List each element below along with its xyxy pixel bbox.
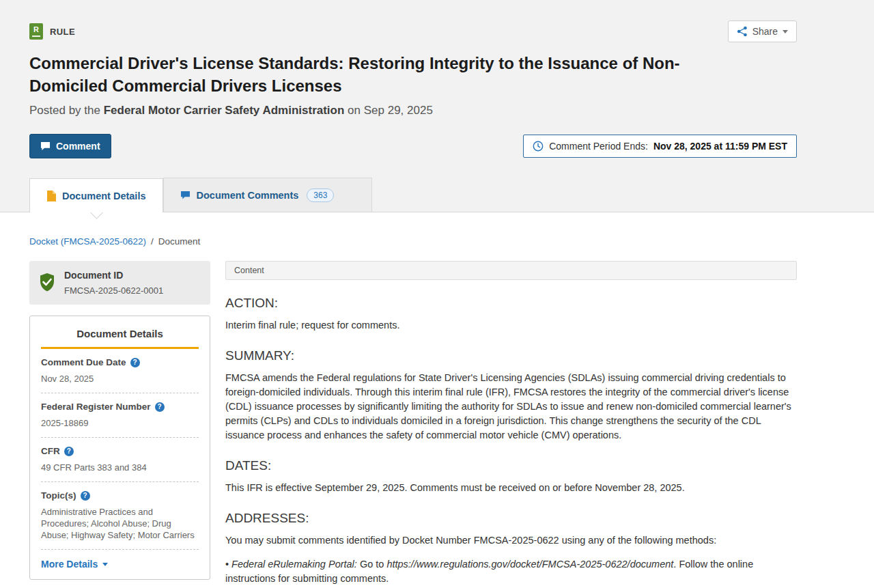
- page-title: Commercial Driver's License Standards: R…: [29, 52, 743, 97]
- field-comment-due-date: Comment Due Date ? Nov 28, 2025: [41, 349, 199, 393]
- posted-line: Posted by the Federal Motor Carrier Safe…: [29, 104, 797, 117]
- shield-check-icon: [39, 273, 55, 292]
- breadcrumb: Docket (FMCSA-2025-0622)/Document: [29, 212, 797, 247]
- field-value: Administrative Practices and Procedures;…: [41, 506, 199, 541]
- section-body-addresses-intro: You may submit comments identified by Do…: [225, 533, 797, 548]
- document-id-label: Document ID: [64, 270, 163, 281]
- document-sidebar: Document ID FMCSA-2025-0622-0001 Documen…: [29, 261, 210, 580]
- tab-document-comments[interactable]: Document Comments 363: [163, 178, 372, 212]
- comment-period-box: Comment Period Ends: Nov 28, 2025 at 11:…: [523, 135, 797, 158]
- section-heading-action: ACTION:: [225, 296, 797, 311]
- agency-name: Federal Motor Carrier Safety Administrat…: [104, 104, 345, 117]
- help-icon[interactable]: ?: [64, 447, 74, 456]
- clock-icon: [533, 141, 544, 152]
- section-body-dates: This IFR is effective September 29, 2025…: [225, 481, 797, 495]
- document-icon: [47, 191, 56, 201]
- addresses-bullet-portal: • Federal eRulemaking Portal: Go to http…: [225, 557, 797, 586]
- field-label: Comment Due Date: [41, 357, 126, 367]
- field-value: 49 CFR Parts 383 and 384: [41, 462, 199, 473]
- caret-down-icon: [102, 563, 108, 566]
- comment-period-value: Nov 28, 2025 at 11:59 PM EST: [653, 141, 787, 152]
- document-type-badge: R RULE: [29, 23, 75, 40]
- comment-icon: [40, 141, 51, 151]
- portal-url: https://www.regulations.gov/docket/FMCSA…: [386, 559, 673, 570]
- section-body-summary: FMCSA amends the Federal regulations for…: [225, 371, 797, 443]
- field-federal-register-number: Federal Register Number ? 2025-18869: [41, 393, 199, 438]
- breadcrumb-separator: /: [151, 236, 154, 247]
- field-value: Nov 28, 2025: [41, 373, 199, 384]
- document-header: R RULE Share Commercial Driver's License…: [0, 0, 874, 212]
- main-area: Docket (FMCSA-2025-0622)/Document Docume…: [29, 212, 797, 588]
- field-cfr: CFR ? 49 CFR Parts 383 and 384: [41, 438, 199, 482]
- field-topics: Topic(s) ? Administrative Practices and …: [41, 482, 199, 550]
- tab-bar: Document Details Document Comments 363: [29, 178, 797, 212]
- share-icon: [737, 26, 748, 37]
- field-label: Federal Register Number: [41, 402, 151, 412]
- comment-button[interactable]: Comment: [29, 134, 111, 158]
- field-value: 2025-18869: [41, 417, 199, 429]
- field-label: CFR: [41, 446, 60, 456]
- tab-document-details[interactable]: Document Details: [29, 178, 163, 212]
- help-icon[interactable]: ?: [81, 491, 90, 501]
- comments-count-badge: 363: [307, 188, 334, 202]
- field-label: Topic(s): [41, 490, 76, 501]
- document-content: Content ACTION: Interim final rule; requ…: [225, 261, 797, 588]
- document-id-box: Document ID FMCSA-2025-0622-0001: [29, 261, 210, 305]
- details-panel-title: Document Details: [30, 316, 210, 347]
- section-heading-addresses: ADDRESSES:: [225, 511, 797, 526]
- content-panel-header: Content: [225, 261, 797, 280]
- comment-period-label: Comment Period Ends:: [549, 141, 648, 152]
- help-icon[interactable]: ?: [130, 358, 140, 367]
- share-button[interactable]: Share: [728, 20, 797, 42]
- section-heading-summary: SUMMARY:: [225, 348, 797, 363]
- section-heading-dates: DATES:: [225, 458, 797, 473]
- document-type-label: RULE: [50, 27, 75, 37]
- portal-term: Federal eRulemaking Portal:: [231, 559, 357, 570]
- section-body-action: Interim final rule; request for comments…: [225, 318, 797, 333]
- share-label: Share: [752, 26, 778, 37]
- rule-document-icon: R: [29, 23, 43, 40]
- breadcrumb-docket-link[interactable]: Docket (FMCSA-2025-0622): [29, 236, 146, 247]
- breadcrumb-current: Document: [158, 236, 201, 247]
- help-icon[interactable]: ?: [155, 402, 165, 412]
- more-details-toggle[interactable]: More Details: [41, 559, 199, 570]
- document-id-value: FMCSA-2025-0622-0001: [64, 285, 163, 296]
- comments-icon: [181, 191, 190, 199]
- document-details-panel: Document Details Comment Due Date ? Nov …: [29, 316, 210, 580]
- caret-down-icon: [783, 30, 788, 33]
